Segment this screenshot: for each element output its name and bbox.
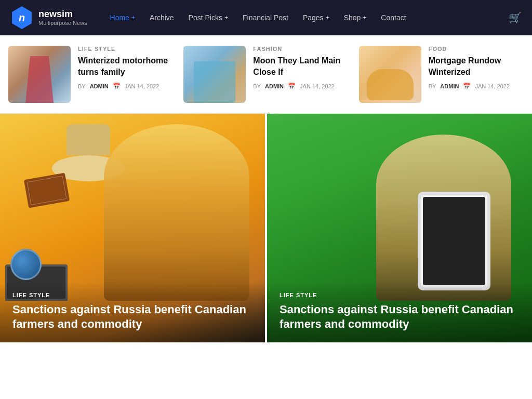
- article-thumb-1: [183, 46, 246, 103]
- figure-left: [104, 124, 249, 301]
- featured-overlay-right: LIFE STYLE Sanctions against Russia bene…: [267, 282, 532, 342]
- article-info-1: FASHIONMoon They Land Main Close IfBYADM…: [253, 46, 348, 90]
- logo-letter: n: [19, 12, 25, 24]
- logo-hex: n: [10, 6, 33, 29]
- article-date: JAN 14, 2022: [475, 83, 510, 89]
- article-date: JAN 14, 2022: [125, 83, 159, 89]
- featured-card-right[interactable]: LIFE STYLE Sanctions against Russia bene…: [267, 114, 532, 342]
- author-name: ADMIN: [90, 83, 109, 89]
- logo-text: newsim Multipurpose News: [38, 9, 87, 26]
- calendar-icon: 📅: [288, 83, 296, 90]
- article-thumb-2: [359, 46, 421, 103]
- article-info-0: LIFE STYLEWinterized motorhome turns fam…: [78, 46, 173, 90]
- cart-icon[interactable]: 🛒: [509, 11, 522, 24]
- passport-decoration: [24, 172, 70, 208]
- nav-link-archive[interactable]: Archive: [142, 9, 181, 26]
- nav-link-shop[interactable]: Shop+: [337, 9, 374, 26]
- featured-card-left[interactable]: LIFE STYLE Sanctions against Russia bene…: [0, 114, 267, 342]
- article-meta-0: BYADMIN📅JAN 14, 2022: [78, 83, 173, 90]
- brand-tagline: Multipurpose News: [38, 20, 87, 26]
- featured-section: LIFE STYLE Sanctions against Russia bene…: [0, 114, 532, 342]
- article-title-1[interactable]: Moon They Land Main Close If: [253, 55, 348, 77]
- author-name: ADMIN: [265, 83, 284, 89]
- author-name: ADMIN: [440, 83, 459, 89]
- article-title-2[interactable]: Mortgage Rundow Winterized: [429, 55, 524, 77]
- navbar: n newsim Multipurpose News Home+ArchiveP…: [0, 0, 532, 35]
- by-label: BY: [429, 83, 436, 89]
- top-articles-section: LIFE STYLEWinterized motorhome turns fam…: [0, 35, 532, 114]
- article-thumb-0: [8, 46, 71, 103]
- article-meta-1: BYADMIN📅JAN 14, 2022: [253, 83, 348, 90]
- featured-category-left: LIFE STYLE: [12, 292, 252, 298]
- featured-title-right: Sanctions against Russia benefit Canadia…: [280, 302, 520, 332]
- logo-link[interactable]: n newsim Multipurpose News: [10, 6, 87, 29]
- article-title-0[interactable]: Winterized motorhome turns family: [78, 55, 173, 77]
- nav-link-home[interactable]: Home+: [103, 9, 142, 26]
- by-label: BY: [253, 83, 261, 89]
- nav-links: Home+ArchivePost Picks+Financial PostPag…: [103, 9, 509, 26]
- by-label: BY: [78, 83, 86, 89]
- nav-link-pages[interactable]: Pages+: [296, 9, 337, 26]
- article-info-2: FOODMortgage Rundow WinterizedBYADMIN📅JA…: [429, 46, 524, 90]
- article-category-1: FASHION: [253, 46, 348, 52]
- calendar-icon: 📅: [113, 83, 121, 90]
- nav-link-post-picks[interactable]: Post Picks+: [181, 9, 235, 26]
- calendar-icon: 📅: [463, 83, 471, 90]
- featured-title-left: Sanctions against Russia benefit Canadia…: [12, 302, 252, 332]
- globe-decoration: [10, 249, 42, 280]
- nav-link-financial-post[interactable]: Financial Post: [235, 9, 296, 26]
- article-category-2: FOOD: [429, 46, 524, 52]
- article-date: JAN 14, 2022: [300, 83, 335, 89]
- brand-name: newsim: [38, 9, 87, 20]
- featured-overlay-left: LIFE STYLE Sanctions against Russia bene…: [0, 282, 265, 342]
- featured-category-right: LIFE STYLE: [280, 292, 520, 298]
- article-meta-2: BYADMIN📅JAN 14, 2022: [429, 83, 524, 90]
- nav-link-contact[interactable]: Contact: [374, 9, 413, 26]
- article-card-0[interactable]: LIFE STYLEWinterized motorhome turns fam…: [8, 46, 173, 103]
- article-card-1[interactable]: FASHIONMoon They Land Main Close IfBYADM…: [183, 46, 348, 103]
- article-category-0: LIFE STYLE: [78, 46, 173, 52]
- article-card-2[interactable]: FOODMortgage Rundow WinterizedBYADMIN📅JA…: [359, 46, 524, 103]
- tablet-decoration: [418, 192, 490, 290]
